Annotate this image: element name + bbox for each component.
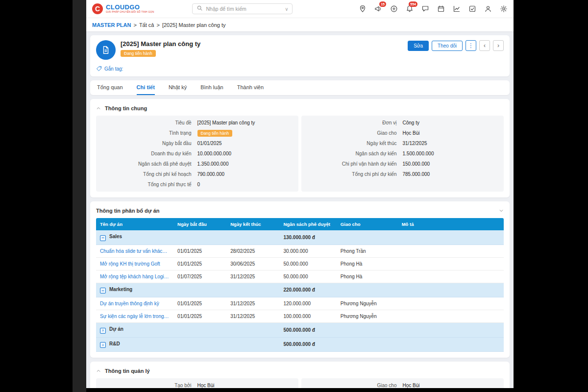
next-record-button[interactable]: › [493, 40, 504, 51]
document-icon [101, 46, 110, 54]
empty-cell [337, 323, 398, 338]
table-row[interactable]: Mở rộng tệp khách hàng Logistic01/07/202… [96, 270, 504, 283]
topbar-icons: 15554 [358, 5, 508, 13]
tag-row[interactable]: Gắn tag: [96, 66, 504, 72]
record-header-row: [2025] Master plan công ty Đang tiến hàn… [96, 40, 504, 60]
group-name: Dự án [109, 326, 123, 332]
group-name-cell: ›Dự án [96, 323, 173, 338]
info-row: Đơn vịCông ty [306, 118, 499, 128]
status-badge: Đang tiến hành [197, 130, 233, 137]
table-row[interactable]: Sự kiện các ngày lễ lớn trong năm01/01/2… [96, 310, 504, 323]
collapse-group-icon[interactable]: − [100, 288, 106, 294]
record-actions: Sửa Theo dõi ⋮ ‹ › [408, 40, 504, 51]
start-date-cell: 01/01/2025 [173, 257, 226, 270]
empty-cell [173, 230, 226, 245]
general-info-left-panel: Tiêu đề[2025] Master plan công tyTình tr… [96, 116, 298, 192]
info-row: Tổng chi phí dự kiến785.000.000 [306, 169, 499, 179]
group-name-cell: ›R&D [96, 337, 173, 352]
project-link[interactable]: Mở rộng KH thị trường Goft [96, 257, 173, 270]
follow-button[interactable]: Theo dõi [432, 41, 463, 51]
megaphone-icon[interactable]: 15 [374, 5, 382, 13]
table-row[interactable]: ›Dự án500.000.000 đ [96, 323, 504, 338]
description-cell [398, 270, 504, 283]
tab-thanh-vien[interactable]: Thành viên [237, 80, 264, 95]
table-row[interactable]: Mở rộng KH thị trường Goft01/01/202530/0… [96, 257, 504, 270]
field-label: Tổng chi phí kế hoạch [101, 172, 197, 177]
column-header: Ngày bắt đầu [173, 218, 226, 230]
info-row: Chi phí vận hành dự kiến150.000.000 [306, 159, 499, 169]
table-row[interactable]: −Sales130.000.000 đ [96, 230, 504, 245]
allocation-title: Thông tin phân bổ dự án [96, 208, 160, 214]
field-label: Ngân sách đã phê duyệt [101, 161, 197, 167]
info-row: Ngày bắt đầu01/01/2025 [101, 138, 294, 148]
table-row[interactable]: Dự án truyền thông định kỳ01/01/202531/1… [96, 297, 504, 310]
info-row: Ngân sách đã phê duyệt1.350.000.000 [101, 159, 294, 169]
empty-cell [398, 323, 504, 338]
top-bar: C CLOUDGO GIẢI PHÁP CHUYỂN ĐỔI SỐ TINH G… [86, 0, 514, 18]
user-icon[interactable] [484, 5, 492, 13]
global-search[interactable]: ∨ [192, 3, 293, 14]
empty-cell [337, 337, 398, 352]
empty-cell [226, 230, 279, 245]
tab-nhat-ky[interactable]: Nhật ký [169, 80, 187, 95]
cloudgo-logo[interactable]: C CLOUDGO GIẢI PHÁP CHUYỂN ĐỔI SỐ TINH G… [92, 3, 154, 14]
tasks-icon[interactable] [468, 5, 476, 13]
empty-cell [173, 323, 226, 338]
table-row[interactable]: ›R&D500.000.000 đ [96, 337, 504, 352]
group-name-cell: −Sales [96, 230, 173, 245]
expand-group-icon[interactable]: › [100, 328, 106, 334]
tab-chi-tiet[interactable]: Chi tiết [137, 80, 155, 95]
project-link[interactable]: Sự kiện các ngày lễ lớn trong năm [96, 310, 173, 323]
project-link[interactable]: Chuẩn hóa slide tư vấn khách hàng [96, 245, 173, 257]
description-cell [398, 257, 504, 270]
bell-icon[interactable]: 554 [405, 5, 414, 13]
breadcrumb-item[interactable]: [2025] Master plan công ty [162, 22, 226, 28]
info-row: Tiêu đề[2025] Master plan công ty [101, 118, 294, 128]
chat-icon[interactable] [421, 5, 429, 13]
end-date-cell: 30/06/2025 [226, 257, 279, 270]
field-value: 1.500.000.000 [403, 151, 434, 156]
table-row[interactable]: −Marketing220.000.000 đ [96, 283, 504, 297]
budget-cell: 30.000.000 [279, 245, 336, 257]
tab-binh-luan[interactable]: Bình luận [200, 80, 223, 95]
end-date-cell: 31/12/2025 [226, 310, 279, 323]
chart-icon[interactable] [452, 5, 461, 13]
breadcrumb-item[interactable]: Tất cả [139, 22, 154, 28]
assignee-cell: Phong Hà [337, 270, 398, 283]
info-row: Tình trạngĐang tiến hành [101, 128, 294, 138]
allocation-header[interactable]: Thông tin phân bổ dự án [96, 205, 504, 218]
search-input[interactable] [206, 6, 282, 12]
location-icon[interactable] [358, 5, 367, 13]
management-info-header[interactable]: Thông tin quản lý [96, 366, 504, 378]
budget-cell: 50.000.000 [279, 270, 336, 283]
field-value: Học Bùi [403, 383, 420, 388]
empty-cell [226, 323, 279, 338]
project-link[interactable]: Mở rộng tệp khách hàng Logistic [96, 270, 173, 283]
chevron-down-icon[interactable] [499, 208, 504, 213]
plus-circle-icon[interactable] [390, 5, 398, 13]
general-info-right-panel: Đơn vịCông tyGiao choHọc BùiNgày kết thú… [301, 116, 504, 192]
description-cell [398, 310, 504, 323]
project-link[interactable]: Dự án truyền thông định kỳ [96, 297, 173, 310]
general-info-header[interactable]: Thông tin chung [96, 103, 504, 116]
chevron-down-icon[interactable]: ∨ [285, 6, 288, 12]
chevron-up-icon[interactable] [96, 106, 101, 111]
chevron-up-icon[interactable] [96, 368, 101, 373]
table-row[interactable]: Chuẩn hóa slide tư vấn khách hàng01/01/2… [96, 245, 504, 257]
field-label: Tạo bởi [101, 383, 197, 388]
calendar-icon[interactable] [437, 5, 445, 13]
edit-button[interactable]: Sửa [408, 41, 429, 51]
general-info-title: Thông tin chung [105, 105, 147, 111]
info-row: Giao choHọc Bùi [306, 380, 499, 388]
assignee-cell: Phong Trần [337, 245, 398, 257]
collapse-group-icon[interactable]: − [100, 235, 106, 241]
column-header: Tên dự án [96, 218, 173, 230]
more-options-button[interactable]: ⋮ [466, 40, 476, 51]
expand-group-icon[interactable]: › [100, 342, 106, 348]
tab-bar: Tổng quanChi tiếtNhật kýBình luậnThành v… [90, 80, 510, 95]
tab-tong-quan[interactable]: Tổng quan [97, 80, 123, 95]
breadcrumb-root[interactable]: MASTER PLAN [92, 22, 131, 28]
previous-record-button[interactable]: ‹ [479, 40, 490, 51]
gear-icon[interactable] [499, 5, 508, 13]
start-date-cell: 01/01/2025 [173, 310, 226, 323]
